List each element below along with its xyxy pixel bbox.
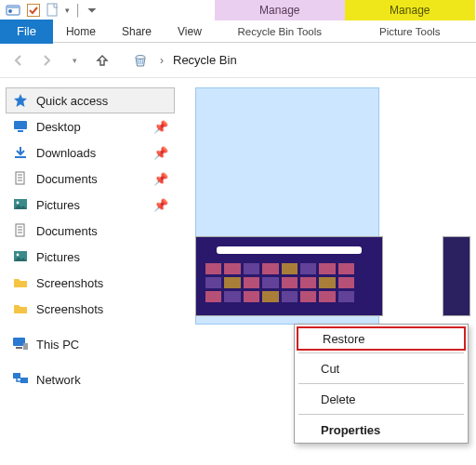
qat-separator: │ bbox=[75, 2, 81, 19]
sidebar-item-label: Downloads bbox=[36, 146, 146, 160]
svg-point-13 bbox=[17, 254, 20, 257]
svg-rect-16 bbox=[23, 343, 28, 350]
ribbon-tabs: File Home Share View bbox=[0, 20, 215, 43]
context-menu: Restore Cut Delete Properties bbox=[294, 324, 469, 444]
monitor-icon bbox=[12, 118, 29, 135]
context-menu-cut[interactable]: Cut bbox=[295, 355, 468, 381]
sidebar-network[interactable]: Network bbox=[6, 366, 175, 392]
quick-access-toolbar: ▾ │ ⏷ bbox=[0, 0, 215, 20]
sidebar-item-label: Pictures bbox=[36, 198, 146, 212]
qat-dropdown-icon[interactable]: ▾ bbox=[65, 6, 70, 15]
sidebar-item-label: Pictures bbox=[36, 250, 168, 264]
pin-icon: 📌 bbox=[153, 172, 168, 186]
sidebar-item-screenshots-2[interactable]: Screenshots bbox=[6, 296, 175, 322]
document-icon bbox=[12, 222, 29, 239]
sidebar-item-documents[interactable]: Documents 📌 bbox=[6, 166, 175, 192]
contextual-tab-recycle[interactable]: Recycle Bin Tools bbox=[215, 20, 345, 43]
qat-overflow-icon[interactable]: ⏷ bbox=[86, 4, 98, 17]
file-thumbnail[interactable] bbox=[195, 236, 383, 316]
svg-rect-6 bbox=[18, 130, 23, 132]
file-list-area[interactable]: Restore Cut Delete Properties bbox=[178, 78, 476, 459]
pin-icon: 📌 bbox=[153, 146, 168, 160]
star-icon bbox=[12, 92, 29, 109]
ribbon-tab-view[interactable]: View bbox=[165, 20, 215, 44]
sidebar-quick-access[interactable]: Quick access bbox=[6, 87, 175, 113]
nav-recent-dropdown[interactable]: ▾ bbox=[63, 49, 86, 72]
nav-up-button[interactable] bbox=[91, 49, 113, 72]
sidebar-item-pictures[interactable]: Pictures 📌 bbox=[6, 192, 175, 218]
navigation-pane: Quick access Desktop 📌 Downloads 📌 Docum… bbox=[0, 78, 178, 459]
sidebar-item-documents-2[interactable]: Documents bbox=[6, 218, 175, 244]
sidebar-item-label: Documents bbox=[36, 224, 168, 238]
window-header: ▾ │ ⏷ Manage Manage File Home Share View… bbox=[0, 0, 476, 43]
pin-icon: 📌 bbox=[153, 198, 168, 212]
sidebar-item-label: This PC bbox=[36, 338, 168, 352]
svg-rect-7 bbox=[15, 156, 26, 158]
nav-forward-button[interactable] bbox=[35, 49, 58, 72]
ribbon-tab-share[interactable]: Share bbox=[109, 20, 165, 44]
picture-icon bbox=[12, 248, 29, 265]
sidebar-item-label: Quick access bbox=[36, 94, 168, 108]
nav-back-button[interactable] bbox=[7, 49, 30, 72]
document-icon bbox=[12, 170, 29, 187]
svg-rect-2 bbox=[28, 5, 40, 17]
svg-rect-18 bbox=[20, 378, 28, 383]
picture-icon bbox=[12, 196, 29, 213]
sidebar-item-desktop[interactable]: Desktop 📌 bbox=[6, 113, 175, 140]
this-pc-icon bbox=[12, 336, 29, 352]
context-menu-separator bbox=[298, 352, 464, 353]
ribbon-tab-home[interactable]: Home bbox=[53, 20, 109, 44]
sidebar-item-screenshots[interactable]: Screenshots bbox=[6, 270, 175, 296]
qat-new-item-icon[interactable] bbox=[46, 3, 60, 18]
svg-point-4 bbox=[136, 55, 145, 59]
context-menu-separator bbox=[298, 414, 464, 415]
pin-icon: 📌 bbox=[153, 120, 168, 134]
ribbon-file-tab[interactable]: File bbox=[0, 20, 53, 44]
folder-icon bbox=[12, 274, 29, 291]
context-menu-separator bbox=[298, 383, 464, 384]
context-menu-properties[interactable]: Properties bbox=[295, 417, 468, 443]
sidebar-item-label: Documents bbox=[36, 172, 146, 186]
svg-rect-17 bbox=[13, 373, 20, 379]
chevron-right-icon[interactable]: › bbox=[156, 54, 167, 67]
address-location[interactable]: Recycle Bin bbox=[173, 53, 237, 67]
sidebar-item-downloads[interactable]: Downloads 📌 bbox=[6, 140, 175, 166]
sidebar-item-label: Screenshots bbox=[36, 276, 168, 290]
context-menu-restore[interactable]: Restore bbox=[297, 326, 466, 351]
address-bar: ▾ › Recycle Bin bbox=[0, 43, 476, 78]
folder-icon bbox=[12, 300, 29, 317]
contextual-tab-picture[interactable]: Picture Tools bbox=[345, 20, 475, 43]
qat-app-icon[interactable] bbox=[6, 3, 20, 18]
network-icon bbox=[12, 371, 29, 388]
sidebar-item-label: Screenshots bbox=[36, 302, 168, 316]
svg-rect-5 bbox=[14, 121, 27, 129]
svg-rect-15 bbox=[16, 347, 22, 349]
sidebar-this-pc[interactable]: This PC bbox=[6, 331, 175, 357]
sidebar-item-pictures-2[interactable]: Pictures bbox=[6, 244, 175, 270]
svg-point-10 bbox=[17, 202, 20, 205]
sidebar-item-label: Network bbox=[36, 373, 168, 387]
recycle-bin-icon[interactable] bbox=[130, 50, 151, 71]
svg-rect-3 bbox=[47, 4, 57, 16]
contextual-tab-recycle-header: Manage bbox=[215, 0, 345, 20]
file-thumbnail-2[interactable] bbox=[443, 236, 470, 316]
contextual-tab-picture-header: Manage bbox=[345, 0, 475, 20]
svg-point-1 bbox=[8, 9, 12, 13]
context-menu-delete[interactable]: Delete bbox=[295, 386, 468, 412]
qat-checkbox-icon[interactable] bbox=[26, 3, 41, 18]
download-icon bbox=[12, 144, 29, 161]
sidebar-item-label: Desktop bbox=[36, 120, 146, 134]
